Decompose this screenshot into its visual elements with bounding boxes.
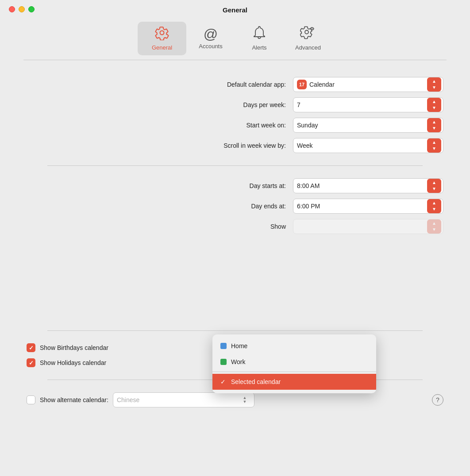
stepper-up-icon: ▲ — [432, 99, 436, 105]
show-calendars-row: Show ▲ ▼ — [27, 219, 443, 234]
section-separator-1 — [47, 165, 423, 166]
gear-icon — [154, 25, 170, 42]
tab-toolbar: General @ Accounts Alerts Advanced — [0, 18, 470, 55]
day-starts-at-control[interactable]: 8:00 AM ▲ ▼ — [293, 178, 443, 193]
minimize-button[interactable] — [19, 6, 25, 12]
calendar-mini-icon: 17 — [297, 80, 307, 89]
default-calendar-app-stepper[interactable]: ▲ ▼ — [427, 77, 441, 92]
dropdown-item-work-label: Work — [231, 358, 245, 365]
daytime-settings-section: Day starts at: 8:00 AM ▲ ▼ Day ends at: … — [27, 170, 443, 242]
tab-general[interactable]: General — [138, 22, 186, 55]
day-starts-at-row: Day starts at: 8:00 AM ▲ ▼ — [27, 178, 443, 193]
home-color-dot — [220, 343, 227, 349]
scroll-week-view-row: Scroll in week view by: Week ▲ ▼ — [27, 138, 443, 153]
day-ends-at-label: Day ends at: — [193, 203, 286, 210]
alternate-calendar-checkbox[interactable] — [27, 395, 35, 404]
stepper-down-icon: ▼ — [432, 84, 436, 91]
scroll-week-view-control[interactable]: Week ▲ ▼ — [293, 138, 443, 153]
stepper-up-icon: ▲ — [432, 139, 436, 146]
calendar-dropdown-popup[interactable]: Home Work ✓ Selected calendar — [212, 334, 376, 393]
scroll-week-view-value: Week — [297, 142, 427, 149]
stepper-down-icon: ▼ — [432, 206, 436, 212]
day-ends-at-stepper[interactable]: ▲ ▼ — [427, 199, 441, 213]
show-label: Show — [193, 223, 286, 230]
days-per-week-control[interactable]: 7 ▲ ▼ — [293, 97, 443, 112]
birthdays-label: Show Birthdays calendar — [40, 344, 108, 351]
dropdown-item-home-label: Home — [231, 342, 247, 349]
stepper-down-icon: ▼ — [432, 226, 436, 233]
alternate-calendar-label: Show alternate calendar: — [40, 396, 108, 403]
checkmark-icon: ✓ — [220, 378, 226, 385]
birthdays-checkbox[interactable]: ✓ — [27, 343, 35, 352]
day-starts-at-label: Day starts at: — [193, 182, 286, 189]
alternate-calendar-stepper[interactable]: ▲ ▼ — [239, 394, 250, 406]
show-calendars-control[interactable]: ▲ ▼ — [293, 219, 443, 234]
tab-advanced[interactable]: Advanced — [284, 22, 332, 55]
dropdown-divider — [212, 372, 376, 372]
close-button[interactable] — [9, 6, 15, 12]
alternate-calendar-placeholder: Chinese — [117, 396, 239, 403]
holidays-checkbox[interactable]: ✓ — [27, 358, 35, 367]
start-week-on-stepper[interactable]: ▲ ▼ — [427, 118, 441, 132]
days-per-week-label: Days per week: — [193, 101, 286, 108]
start-week-on-value: Sunday — [297, 122, 427, 129]
stepper-down-icon: ▼ — [432, 186, 436, 192]
dropdown-selected-calendar-label: Selected calendar — [231, 378, 281, 385]
window-title: General — [223, 6, 247, 14]
default-calendar-app-row: Default calendar app: 17 Calendar ▲ ▼ — [27, 77, 443, 92]
dropdown-item-selected-calendar[interactable]: ✓ Selected calendar — [212, 374, 376, 390]
holidays-checkmark-icon: ✓ — [29, 360, 34, 366]
stepper-up-icon: ▲ — [432, 180, 436, 186]
alternate-calendar-select[interactable]: Chinese ▲ ▼ — [113, 392, 254, 407]
day-starts-at-value: 8:00 AM — [297, 182, 427, 189]
stepper-up-icon: ▲ — [432, 220, 436, 226]
toolbar-separator — [23, 60, 447, 60]
help-button[interactable]: ? — [432, 394, 443, 406]
dropdown-item-work[interactable]: Work — [212, 354, 376, 370]
scroll-week-view-stepper[interactable]: ▲ ▼ — [427, 138, 441, 153]
stepper-up-icon: ▲ — [432, 200, 436, 206]
stepper-up-icon: ▲ — [432, 119, 436, 125]
default-calendar-app-control[interactable]: 17 Calendar ▲ ▼ — [293, 77, 443, 92]
days-per-week-stepper[interactable]: ▲ ▼ — [427, 98, 441, 112]
advanced-gear-icon — [300, 25, 316, 42]
maximize-button[interactable] — [28, 6, 35, 12]
birthdays-checkmark-icon: ✓ — [29, 345, 34, 351]
window-controls — [9, 6, 35, 12]
tab-advanced-label: Advanced — [295, 44, 321, 51]
tab-alerts-label: Alerts — [252, 44, 266, 51]
work-color-dot — [220, 359, 227, 365]
calendar-settings-section: Default calendar app: 17 Calendar ▲ ▼ Da… — [27, 69, 443, 161]
holidays-label: Show Holidays calendar — [40, 359, 106, 366]
days-per-week-row: Days per week: 7 ▲ ▼ — [27, 97, 443, 112]
bell-icon — [252, 25, 266, 42]
tab-general-label: General — [152, 44, 172, 51]
dropdown-item-home[interactable]: Home — [212, 338, 376, 354]
start-week-on-control[interactable]: Sunday ▲ ▼ — [293, 118, 443, 133]
at-icon: @ — [204, 27, 218, 41]
stepper-down-icon: ▼ — [432, 125, 436, 131]
start-week-on-label: Start week on: — [193, 122, 286, 129]
section-separator-2 — [47, 330, 423, 331]
titlebar: General — [0, 0, 470, 18]
default-calendar-app-value: 17 Calendar — [297, 80, 427, 89]
day-starts-at-stepper[interactable]: ▲ ▼ — [427, 179, 441, 193]
stepper-down-icon: ▼ — [432, 105, 436, 111]
default-calendar-app-label: Default calendar app: — [193, 81, 286, 88]
scroll-week-view-label: Scroll in week view by: — [193, 142, 286, 149]
show-calendars-stepper[interactable]: ▲ ▼ — [427, 219, 441, 234]
start-week-on-row: Start week on: Sunday ▲ ▼ — [27, 118, 443, 133]
day-ends-at-row: Day ends at: 6:00 PM ▲ ▼ — [27, 199, 443, 214]
tab-accounts[interactable]: @ Accounts — [186, 22, 235, 55]
tab-alerts[interactable]: Alerts — [235, 22, 284, 55]
stepper-up-icon: ▲ — [432, 78, 436, 84]
alt-cal-down-icon: ▼ — [243, 400, 247, 404]
day-ends-at-control[interactable]: 6:00 PM ▲ ▼ — [293, 199, 443, 214]
day-ends-at-value: 6:00 PM — [297, 203, 427, 210]
tab-accounts-label: Accounts — [199, 43, 222, 50]
stepper-down-icon: ▼ — [432, 146, 436, 152]
days-per-week-value: 7 — [297, 101, 427, 108]
main-content: Default calendar app: 17 Calendar ▲ ▼ Da… — [0, 65, 470, 425]
